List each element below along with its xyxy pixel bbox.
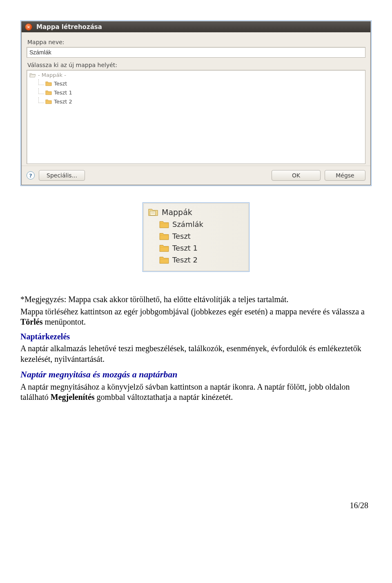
- create-folder-dialog: ✕ Mappa létrehozása Mappa neve: Válassza…: [21, 21, 371, 185]
- folder-name-label: Mappa neve:: [27, 39, 365, 45]
- folder-name-input[interactable]: [27, 47, 365, 58]
- note-paragraph: *Megjegyzés: Mappa csak akkor törölhető,…: [20, 294, 372, 305]
- folder-icon: [159, 244, 169, 252]
- folder-icon: [159, 220, 169, 229]
- help-icon[interactable]: ?: [27, 171, 35, 179]
- tree-root[interactable]: - Mappák -: [29, 72, 363, 78]
- folder-panel-header[interactable]: Mappák: [144, 206, 248, 218]
- folder-panel-item[interactable]: Számlák: [144, 218, 248, 230]
- close-icon[interactable]: ✕: [25, 23, 32, 31]
- folder-icon: [45, 81, 52, 86]
- folder-icon: [45, 99, 52, 104]
- paragraph: A naptár megnyitásához a könyvjelző sávb…: [20, 382, 372, 403]
- folder-icon: [159, 232, 169, 240]
- tree-item[interactable]: Teszt 1: [38, 88, 363, 97]
- heading-calendar: Naptárkezelés: [20, 332, 372, 342]
- dialog-title: Mappa létrehozása: [36, 23, 102, 31]
- folder-open-icon: [29, 72, 36, 78]
- special-button[interactable]: Speciális...: [39, 170, 85, 181]
- folder-icon: [159, 256, 169, 264]
- paragraph: A naptár alkalmazás lehetővé teszi megbe…: [20, 343, 372, 364]
- folder-panel-item[interactable]: Teszt 1: [144, 242, 248, 254]
- svg-rect-0: [150, 211, 156, 215]
- paragraph: Mappa törléséhez kattintson az egér jobb…: [20, 307, 372, 327]
- page-number: 16/28: [20, 501, 372, 510]
- folder-sidebar-panel: Mappák Számlák Teszt Teszt 1 Teszt 2: [143, 203, 249, 271]
- document-body: *Megjegyzés: Mappa csak akkor törölhető,…: [20, 294, 372, 403]
- folder-location-label: Válassza ki az új mappa helyét:: [27, 62, 365, 68]
- folder-tree[interactable]: - Mappák - Teszt Teszt 1: [27, 70, 365, 164]
- cancel-button[interactable]: Mégse: [325, 170, 365, 181]
- tree-item[interactable]: Teszt 2: [38, 97, 363, 106]
- heading-calendar-open: Naptár megnyitása és mozgás a naptárban: [20, 369, 372, 380]
- tree-item[interactable]: Teszt: [38, 79, 363, 88]
- ok-button[interactable]: OK: [272, 170, 321, 181]
- folder-panel-item[interactable]: Teszt 2: [144, 254, 248, 266]
- folders-root-icon: [148, 208, 158, 217]
- folder-panel-screenshot-frame: Mappák Számlák Teszt Teszt 1 Teszt 2: [143, 202, 249, 272]
- folder-icon: [45, 90, 52, 95]
- folder-panel-item[interactable]: Teszt: [144, 230, 248, 242]
- dialog-titlebar: ✕ Mappa létrehozása: [22, 22, 370, 32]
- dialog-screenshot-frame: ✕ Mappa létrehozása Mappa neve: Válassza…: [20, 20, 372, 186]
